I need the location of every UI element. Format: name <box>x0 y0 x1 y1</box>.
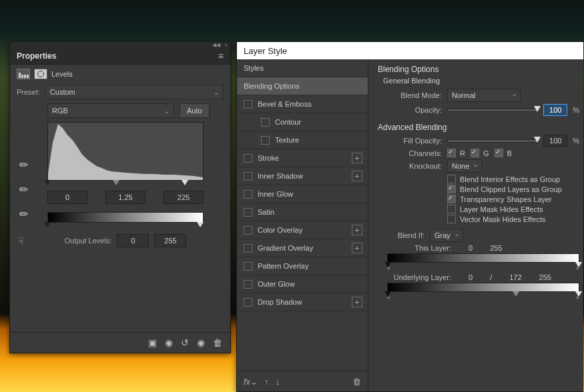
style-label: Stroke <box>258 154 279 162</box>
input-white-handle[interactable] <box>182 180 188 185</box>
move-up-icon[interactable]: ↑ <box>264 377 269 387</box>
clip-to-layer-icon[interactable]: ▣ <box>148 337 157 348</box>
fx-menu-icon[interactable]: fx⌄ <box>244 377 258 387</box>
style-checkbox[interactable] <box>261 118 270 127</box>
input-gamma-handle[interactable] <box>113 180 119 185</box>
properties-title: Properties <box>17 51 56 61</box>
output-white-handle[interactable] <box>197 222 204 227</box>
fill-opacity-slider[interactable] <box>447 139 538 143</box>
style-row-satin[interactable]: Satin <box>237 203 368 221</box>
close-icon[interactable]: × <box>224 42 228 48</box>
this-layer-black-handle[interactable] <box>384 262 391 267</box>
eyedropper-gray-icon[interactable]: ✎ <box>16 182 31 197</box>
knockout-dropdown[interactable]: None <box>447 159 482 173</box>
style-row-bevel-emboss[interactable]: Bevel & Emboss <box>237 95 368 113</box>
adv-checkbox[interactable] <box>447 195 456 203</box>
opacity-field[interactable]: 100 <box>543 104 567 116</box>
style-checkbox[interactable] <box>244 172 252 181</box>
eyedropper-white-icon[interactable]: ✎ <box>16 207 31 222</box>
styles-header[interactable]: Styles <box>237 59 368 77</box>
blend-mode-dropdown[interactable]: Normal <box>447 89 521 102</box>
input-white-field[interactable]: 225 <box>164 191 204 204</box>
underlying-black-handle[interactable] <box>384 291 391 297</box>
opacity-slider[interactable] <box>447 109 538 112</box>
output-slider-track[interactable] <box>47 222 204 230</box>
fill-opacity-label: Fill Opacity: <box>378 137 442 145</box>
input-black-handle[interactable] <box>44 180 51 185</box>
output-white-field[interactable]: 255 <box>154 234 186 247</box>
underlying-layer-ramp[interactable] <box>387 283 579 292</box>
output-black-field[interactable]: 0 <box>117 234 149 247</box>
adjustment-icon[interactable] <box>17 69 30 79</box>
add-effect-icon[interactable]: + <box>352 243 362 253</box>
add-effect-icon[interactable]: + <box>352 297 362 307</box>
style-row-contour[interactable]: Contour <box>237 113 368 131</box>
advanced-blending-label: Advanced Blending <box>378 123 579 132</box>
delete-adjustment-icon[interactable]: 🗑 <box>213 337 222 348</box>
add-effect-icon[interactable]: + <box>352 171 362 181</box>
channel-r-checkbox[interactable] <box>447 149 456 157</box>
adv-check-label: Vector Mask Hides Effects <box>460 215 545 223</box>
eyedropper-black-icon[interactable]: ✎ <box>16 157 31 173</box>
style-label: Gradient Overlay <box>258 244 313 252</box>
output-gradient <box>47 212 204 223</box>
delete-effect-icon[interactable]: 🗑 <box>352 377 361 387</box>
adv-checkbox[interactable] <box>447 175 456 183</box>
adv-checkbox[interactable] <box>447 215 456 223</box>
style-checkbox[interactable] <box>244 190 252 199</box>
underlying-white-split-handle[interactable] <box>513 291 519 297</box>
style-row-gradient-overlay[interactable]: Gradient Overlay+ <box>237 239 368 257</box>
style-checkbox[interactable] <box>244 100 252 109</box>
this-layer-white-handle[interactable] <box>575 262 582 267</box>
adjustment-type-label: Levels <box>51 70 73 78</box>
style-row-outer-glow[interactable]: Outer Glow <box>237 275 368 293</box>
fill-opacity-field[interactable]: 100 <box>543 135 567 147</box>
style-row-inner-glow[interactable]: Inner Glow <box>237 185 368 203</box>
underlying-layer-label: Underlying Layer: <box>378 273 451 281</box>
style-label: Contour <box>275 118 301 126</box>
style-row-inner-shadow[interactable]: Inner Shadow+ <box>237 167 368 185</box>
style-checkbox[interactable] <box>244 262 252 271</box>
reset-icon[interactable]: ↺ <box>181 337 189 348</box>
input-gamma-field[interactable]: 1.25 <box>105 191 145 204</box>
style-checkbox[interactable] <box>244 226 252 235</box>
style-row-color-overlay[interactable]: Color Overlay+ <box>237 221 368 239</box>
panel-menu-icon[interactable]: ≡ <box>218 51 224 61</box>
style-checkbox[interactable] <box>244 280 252 289</box>
input-slider-track[interactable] <box>47 180 204 188</box>
style-row-texture[interactable]: Texture <box>237 131 368 149</box>
panel-collapse-strip[interactable]: ◀◀× <box>10 42 230 48</box>
output-black-handle[interactable] <box>44 222 51 227</box>
blend-if-dropdown[interactable]: Gray <box>430 229 463 242</box>
preset-dropdown[interactable]: Custom <box>45 85 224 99</box>
style-checkbox[interactable] <box>244 244 252 253</box>
input-black-field[interactable]: 0 <box>47 191 87 204</box>
adv-checkbox[interactable] <box>447 205 456 213</box>
style-checkbox[interactable] <box>244 154 252 163</box>
channel-dropdown[interactable]: RGB <box>47 103 174 118</box>
underlying-white-handle[interactable] <box>575 291 582 297</box>
style-checkbox[interactable] <box>244 298 252 307</box>
style-label: Pattern Overlay <box>258 262 308 270</box>
style-label: Texture <box>275 136 299 144</box>
channel-g-checkbox[interactable] <box>471 149 479 157</box>
channel-b-checkbox[interactable] <box>495 149 503 157</box>
style-row-pattern-overlay[interactable]: Pattern Overlay <box>237 257 368 275</box>
blend-mode-label: Blend Mode: <box>378 91 442 99</box>
style-row-drop-shadow[interactable]: Drop Shadow+ <box>237 293 368 311</box>
style-checkbox[interactable] <box>244 208 252 217</box>
add-effect-icon[interactable]: + <box>352 225 362 235</box>
add-effect-icon[interactable]: + <box>352 153 362 163</box>
targeted-adjust-icon[interactable]: ☟ <box>18 235 24 246</box>
style-row-stroke[interactable]: Stroke+ <box>237 149 368 167</box>
auto-button[interactable]: Auto <box>180 103 210 118</box>
this-layer-ramp[interactable] <box>387 253 579 263</box>
toggle-visibility-icon[interactable]: ◉ <box>197 337 205 348</box>
style-row-blending-options[interactable]: Blending Options <box>237 77 368 95</box>
move-down-icon[interactable]: ↓ <box>276 377 280 387</box>
style-checkbox[interactable] <box>261 136 270 145</box>
mask-icon[interactable] <box>34 69 47 79</box>
adv-checkbox[interactable] <box>447 185 456 193</box>
view-previous-icon[interactable]: ◉ <box>165 337 173 348</box>
collapse-arrows-icon[interactable]: ◀◀ <box>212 42 220 48</box>
